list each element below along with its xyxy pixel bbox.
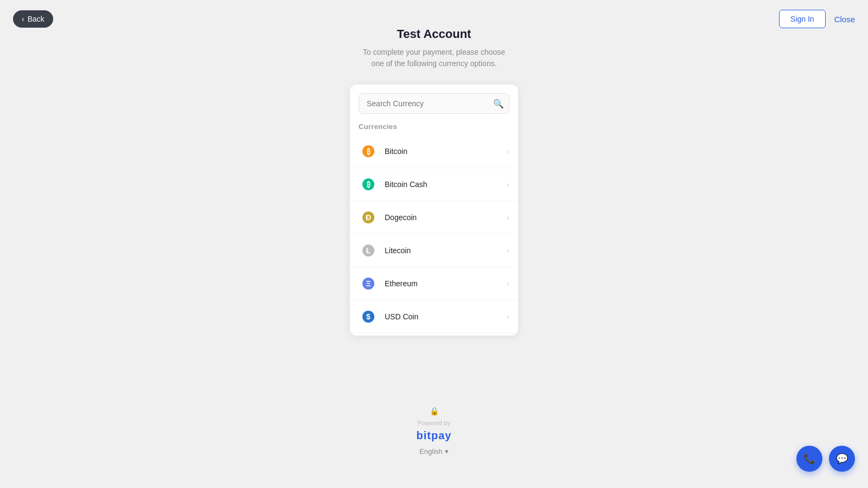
svg-text:Ξ: Ξ xyxy=(366,279,371,288)
currency-list: ₿Bitcoin›₿Bitcoin Cash›ÐDogecoin›ŁLiteco… xyxy=(350,135,518,336)
search-icon: 🔍 xyxy=(493,99,504,109)
currency-icon-bitcoin: ₿ xyxy=(359,142,378,161)
currency-item[interactable]: BBinance USD› xyxy=(350,333,518,336)
svg-text:Ð: Ð xyxy=(366,213,371,222)
chat-icon: 💬 xyxy=(836,453,848,465)
back-label: Back xyxy=(28,15,44,23)
currency-name: Bitcoin xyxy=(385,147,507,156)
chevron-right-icon: › xyxy=(507,246,509,255)
language-label: English xyxy=(419,447,443,455)
svg-text:₿: ₿ xyxy=(367,147,371,156)
svg-text:$: $ xyxy=(366,312,371,321)
search-input-wrapper: 🔍 xyxy=(359,93,509,114)
currency-item[interactable]: ₿Bitcoin Cash› xyxy=(350,168,518,201)
header-right: Sign In Close xyxy=(779,10,855,28)
currency-item[interactable]: $USD Coin› xyxy=(350,300,518,333)
phone-icon: 📞 xyxy=(803,453,815,465)
header: ‹ Back Sign In Close xyxy=(0,0,868,38)
currency-name: USD Coin xyxy=(385,312,507,321)
chevron-right-icon: › xyxy=(507,180,509,189)
currency-name: Ethereum xyxy=(385,279,507,288)
back-chevron-icon: ‹ xyxy=(22,15,24,23)
currency-item[interactable]: ŁLitecoin› xyxy=(350,234,518,267)
page-subtitle: To complete your payment, please choose … xyxy=(363,47,505,69)
chevron-right-icon: › xyxy=(507,147,509,156)
currency-icon-usdc: $ xyxy=(359,307,378,326)
search-container: 🔍 xyxy=(350,93,518,120)
currency-name: Litecoin xyxy=(385,246,507,255)
currency-item[interactable]: ÐDogecoin› xyxy=(350,201,518,234)
bitpay-logo: bitpay xyxy=(417,429,452,442)
chevron-right-icon: › xyxy=(507,213,509,222)
currency-item[interactable]: ₿Bitcoin› xyxy=(350,135,518,168)
currency-icon-ethereum: Ξ xyxy=(359,274,378,293)
currency-card: 🔍 Currencies ₿Bitcoin›₿Bitcoin Cash›ÐDog… xyxy=(350,85,518,336)
chevron-right-icon: › xyxy=(507,312,509,321)
chevron-right-icon: › xyxy=(507,279,509,288)
main-content: Test Account To complete your payment, p… xyxy=(0,0,868,336)
powered-by-label: Powered by xyxy=(417,420,450,426)
fab-container: 📞 💬 xyxy=(796,446,855,472)
footer: 🔒 Powered by bitpay English ▾ xyxy=(417,407,452,455)
svg-text:Ł: Ł xyxy=(366,246,371,255)
currency-icon-bitcoin-cash: ₿ xyxy=(359,175,378,194)
currency-icon-dogecoin: Ð xyxy=(359,208,378,227)
back-button[interactable]: ‹ Back xyxy=(13,10,53,28)
search-input[interactable] xyxy=(359,93,509,114)
chevron-down-icon: ▾ xyxy=(445,447,449,455)
currencies-section-label: Currencies xyxy=(350,120,518,135)
currency-name: Bitcoin Cash xyxy=(385,180,507,189)
sign-in-button[interactable]: Sign In xyxy=(779,10,826,28)
chat-fab-button[interactable]: 💬 xyxy=(829,446,855,472)
close-button[interactable]: Close xyxy=(834,15,855,24)
currency-item[interactable]: ΞEthereum› xyxy=(350,267,518,300)
language-selector[interactable]: English ▾ xyxy=(419,447,449,455)
currency-name: Dogecoin xyxy=(385,213,507,222)
lock-icon: 🔒 xyxy=(430,407,439,415)
svg-text:₿: ₿ xyxy=(367,181,371,189)
currency-icon-litecoin: Ł xyxy=(359,241,378,260)
phone-fab-button[interactable]: 📞 xyxy=(796,446,822,472)
